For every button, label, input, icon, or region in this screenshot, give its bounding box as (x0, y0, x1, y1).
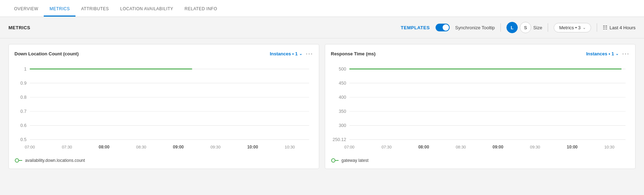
chart-title-2: Response Time (ms) (331, 51, 376, 56)
calendar-icon: ☷ (603, 24, 607, 31)
size-small-button[interactable]: S (520, 22, 531, 33)
chart-visual-2: 500 450 400 350 300 250.12 07:00 07:30 0… (331, 62, 630, 154)
size-label: Size (533, 25, 542, 30)
chart-header-2: Response Time (ms) Instances • 1 ⌄ ··· (331, 50, 630, 57)
x-label-2-0: 07:00 (344, 145, 354, 149)
y-label-1-3: 0.7 (20, 109, 27, 114)
y-label-2-2: 400 (339, 95, 346, 100)
x-label-2-1: 07:30 (382, 145, 392, 149)
chart-visual-1: 1 0.9 0.8 0.7 0.6 0.5 07:00 07:30 08:00 (14, 62, 313, 154)
templates-label: TEMPLATES (401, 25, 430, 30)
y-label-1-1: 0.9 (20, 81, 27, 86)
x-label-2-4: 09:00 (493, 145, 504, 150)
divider-1 (500, 23, 501, 32)
x-label-1-7: 10:30 (285, 145, 295, 149)
toolbar: METRICS TEMPLATES Synchronize Tooltip L … (0, 17, 644, 38)
y-label-2-4: 300 (339, 123, 346, 128)
synchronize-tooltip-toggle[interactable] (436, 24, 450, 31)
x-label-1-3: 08:30 (136, 145, 146, 149)
y-label-2-0: 500 (339, 67, 346, 72)
more-options-2[interactable]: ··· (622, 50, 630, 57)
x-label-1-1: 07:30 (62, 145, 72, 149)
instances-label-1: Instances • 1 (270, 51, 298, 56)
time-range-label: Last 4 Hours (609, 25, 636, 30)
legend-icon-2 (331, 158, 339, 163)
y-label-1-5: 0.5 (20, 137, 27, 142)
nav-tab-attributes[interactable]: ATTRIBUTES (75, 6, 115, 17)
y-label-2-1: 450 (339, 81, 346, 86)
x-label-2-7: 10:30 (604, 145, 614, 149)
charts-area: Down Location Count (count) Instances • … (0, 38, 644, 175)
legend-text-2: gateway latest (341, 158, 369, 163)
nav-tab-overview[interactable]: OVERVIEW (8, 6, 44, 17)
chart-response-time: Response Time (ms) Instances • 1 ⌄ ··· 5… (325, 44, 636, 169)
instances-label-2: Instances • 1 (586, 51, 614, 56)
legend-icon-1 (14, 158, 22, 163)
sync-tooltip-label: Synchronize Tooltip (455, 25, 495, 30)
chart-legend-1: availability.down.locations.count (14, 158, 313, 163)
chart-header-right-2: Instances • 1 ⌄ ··· (586, 50, 630, 57)
instances-link-2[interactable]: Instances • 1 ⌄ (586, 51, 619, 56)
chart-svg-2: 500 450 400 350 300 250.12 07:00 07:30 0… (331, 62, 630, 154)
toolbar-right: TEMPLATES Synchronize Tooltip L S Size M… (401, 22, 636, 33)
instances-link-1[interactable]: Instances • 1 ⌄ (270, 51, 302, 56)
svg-point-0 (15, 159, 19, 162)
top-nav: OVERVIEWMETRICSATTRIBUTESLOCATION AVAILA… (0, 0, 644, 17)
svg-point-2 (332, 159, 335, 162)
chevron-down-icon: ⌄ (583, 25, 586, 30)
x-label-2-5: 09:30 (530, 145, 540, 149)
y-label-1-4: 0.6 (20, 123, 27, 128)
time-range-selector[interactable]: ☷ Last 4 Hours (603, 24, 636, 31)
metrics-dropdown[interactable]: Metrics • 3 ⌄ (554, 23, 591, 32)
chart-legend-2: gateway latest (331, 158, 630, 163)
x-label-2-3: 08:30 (456, 145, 466, 149)
x-label-1-5: 09:30 (211, 145, 221, 149)
x-label-1-2: 08:00 (99, 145, 110, 150)
chart-title-1: Down Location Count (count) (14, 51, 79, 56)
nav-tab-metrics[interactable]: METRICS (44, 6, 75, 17)
nav-tab-location-availability[interactable]: LOCATION AVAILABILITY (115, 6, 179, 17)
size-large-button[interactable]: L (506, 22, 518, 33)
chart-header-1: Down Location Count (count) Instances • … (14, 50, 313, 57)
more-options-1[interactable]: ··· (306, 50, 313, 57)
legend-text-1: availability.down.locations.count (25, 158, 85, 163)
nav-tab-related-info[interactable]: RELATED INFO (179, 6, 223, 17)
toggle-knob (443, 24, 449, 31)
divider-3 (597, 23, 597, 32)
chart-svg-1: 1 0.9 0.8 0.7 0.6 0.5 07:00 07:30 08:00 (14, 62, 313, 154)
instances-chevron-2: ⌄ (615, 51, 619, 56)
y-label-2-3: 350 (339, 109, 346, 114)
metrics-dropdown-label: Metrics • 3 (559, 25, 581, 30)
x-label-2-6: 10:00 (567, 145, 578, 150)
y-label-1-0: 1 (24, 67, 26, 72)
x-label-2-2: 08:00 (418, 145, 429, 150)
x-label-1-0: 07:00 (25, 145, 35, 149)
chart-down-location-count: Down Location Count (count) Instances • … (8, 44, 319, 169)
instances-chevron-1: ⌄ (299, 51, 302, 56)
chart-header-right-1: Instances • 1 ⌄ ··· (270, 50, 313, 57)
size-selector: L S Size (506, 22, 542, 33)
y-label-1-2: 0.8 (20, 95, 27, 100)
section-label: METRICS (8, 25, 30, 30)
divider-2 (548, 23, 548, 32)
x-label-1-6: 10:00 (247, 145, 258, 150)
x-label-1-4: 09:00 (173, 145, 184, 150)
y-label-2-5: 250.12 (333, 137, 346, 142)
